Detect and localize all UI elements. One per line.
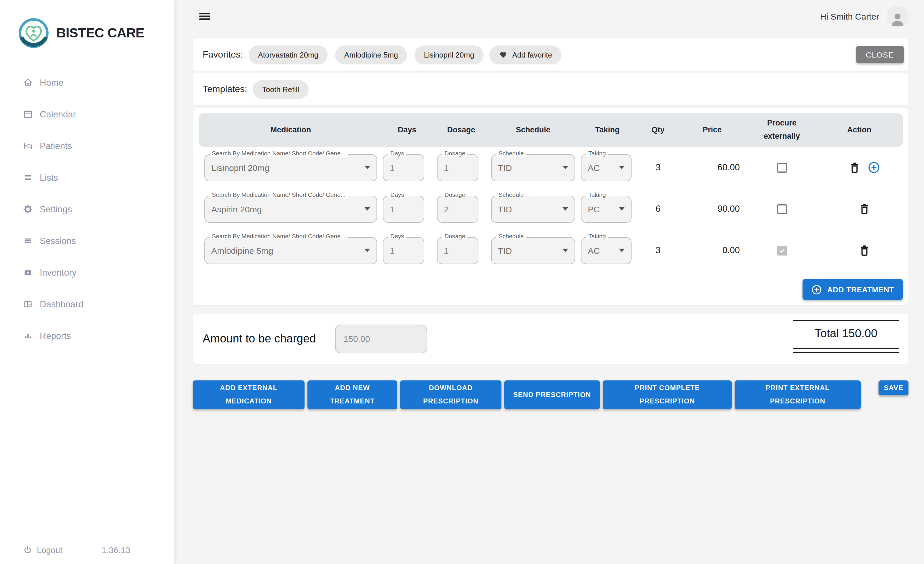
avatar[interactable] — [886, 6, 909, 27]
column-header: Days — [383, 123, 431, 136]
template-chip[interactable]: Tooth Refill — [253, 80, 309, 99]
taking-select[interactable]: Taking AC — [581, 237, 632, 264]
sidebar-item-inventory[interactable]: Inventory — [0, 256, 174, 288]
dosage-input[interactable]: Dosage 1 — [437, 237, 478, 264]
qty-value: 3 — [640, 162, 676, 172]
add-row-icon[interactable] — [868, 161, 880, 174]
days-input[interactable]: Days 1 — [383, 154, 424, 181]
footer-button-0[interactable]: ADD EXTERNAL MEDICATION — [193, 380, 304, 409]
sidebar-item-label: Lists — [40, 172, 58, 183]
chevron-down-icon — [619, 249, 625, 252]
favorite-chip[interactable]: Amlodipine 5mg — [335, 45, 407, 64]
table-row: Search By Medication Name/ Short Code/ G… — [199, 188, 903, 230]
medication-value: Aspirin 20mg — [211, 204, 262, 214]
sidebar-item-label: Sessions — [40, 236, 76, 246]
footer-button-1[interactable]: ADD NEW TREATMENT — [308, 380, 397, 409]
treatment-table: MedicationDaysDosageScheduleTakingQtyPri… — [193, 108, 909, 305]
favorites-bar: Favorites: Atorvastatin 20mgAmlodipine 5… — [193, 39, 909, 71]
logout-button[interactable]: Logout — [23, 545, 63, 555]
user-area: Hi Smith Carter — [820, 6, 909, 27]
dosage-input[interactable]: Dosage 1 — [437, 154, 478, 181]
sidebar-item-label: Reports — [40, 331, 71, 341]
total-text: Total 150.00 — [794, 327, 898, 340]
chevron-down-icon — [562, 249, 568, 252]
template-chips: Tooth Refill — [253, 80, 309, 99]
sidebar-item-lists[interactable]: Lists — [0, 162, 174, 194]
save-button[interactable]: SAVE — [879, 380, 909, 395]
power-icon — [23, 545, 32, 555]
action-button-row: ADD EXTERNAL MEDICATIONADD NEW TREATMENT… — [193, 380, 909, 409]
dosage-input[interactable]: Dosage 2 — [437, 195, 478, 222]
amount-label: Amount to be charged — [202, 332, 316, 345]
billing-bar: Amount to be charged 150.00 Total 150.00 — [193, 314, 909, 364]
app-root: BISTEC CARE Home Calendar Patients Lists… — [0, 0, 924, 564]
add-circle-icon — [811, 284, 822, 295]
sidebar-item-sessions[interactable]: Sessions — [0, 225, 174, 256]
delete-icon[interactable] — [858, 203, 870, 215]
chevron-down-icon — [562, 207, 568, 211]
chevron-down-icon — [619, 207, 625, 211]
calendar-icon — [23, 110, 33, 119]
sidebar-item-reports[interactable]: Reports — [0, 320, 174, 352]
medication-value: Amlodipine 5mg — [211, 246, 273, 255]
days-value: 1 — [390, 246, 394, 255]
footer-button-3[interactable]: SEND PRESCRIPTION — [504, 380, 600, 409]
add-treatment-button[interactable]: ADD TREATMENT — [802, 279, 903, 300]
delete-icon[interactable] — [849, 161, 861, 174]
delete-icon[interactable] — [858, 244, 870, 256]
sidebar-item-patients[interactable]: Patients — [0, 130, 174, 162]
qty-value: 3 — [640, 245, 676, 255]
schedule-select[interactable]: Schedule TID — [491, 237, 575, 264]
close-button[interactable]: CLOSE — [856, 46, 904, 63]
sidebar-item-home[interactable]: Home — [0, 67, 174, 98]
footer-button-2[interactable]: DOWNLOAD PRESCRIPTION — [400, 380, 501, 409]
taking-select[interactable]: Taking PC — [581, 195, 632, 222]
add-favorite-button[interactable]: Add favorite — [489, 45, 561, 64]
days-value: 1 — [390, 204, 394, 214]
chevron-down-icon — [562, 166, 568, 169]
medication-search-label: Search By Medication Name/ Short Code/ G… — [210, 191, 348, 198]
favorites-label: Favorites: — [202, 50, 243, 60]
table-body: Search By Medication Name/ Short Code/ G… — [199, 147, 903, 271]
sidebar-item-calendar[interactable]: Calendar — [0, 98, 174, 130]
add-favorite-label: Add favorite — [512, 50, 552, 59]
dosage-value: 2 — [444, 204, 449, 214]
menu-icon[interactable] — [199, 12, 210, 22]
sidebar-item-label: Home — [40, 77, 64, 88]
sidebar-item-settings[interactable]: Settings — [0, 194, 174, 225]
procure-externally-checkbox[interactable] — [777, 204, 787, 214]
medication-value: Lisinopril 20mg — [211, 163, 269, 172]
schedule-select[interactable]: Schedule TID — [491, 195, 575, 222]
favorite-chips: Atorvastatin 20mgAmlodipine 5mgLisinopri… — [249, 45, 484, 64]
medication-select[interactable]: Search By Medication Name/ Short Code/ G… — [204, 237, 377, 264]
table-row: Search By Medication Name/ Short Code/ G… — [199, 230, 903, 271]
schedule-select[interactable]: Schedule TID — [491, 154, 575, 181]
sidebar-footer: Logout 1.36.13 — [23, 545, 163, 555]
dosage-value: 1 — [444, 163, 449, 172]
procure-externally-checkbox[interactable] — [777, 163, 787, 172]
sidebar-item-dashboard[interactable]: Dashboard — [0, 288, 174, 320]
procure-externally-checkbox[interactable] — [777, 246, 787, 255]
medication-select[interactable]: Search By Medication Name/ Short Code/ G… — [204, 195, 377, 222]
chevron-down-icon — [364, 166, 370, 169]
medication-select[interactable]: Search By Medication Name/ Short Code/ G… — [204, 154, 377, 181]
days-input[interactable]: Days 1 — [383, 237, 424, 264]
footer-button-5[interactable]: PRINT EXTERNAL PRESCRIPTION — [735, 380, 861, 409]
main-content: Hi Smith Carter Favorites: Atorvastatin … — [174, 0, 924, 564]
column-header: Qty — [640, 123, 676, 136]
days-input[interactable]: Days 1 — [383, 195, 424, 222]
price-value: 90.00 — [682, 204, 742, 214]
favorite-chip[interactable]: Atorvastatin 20mg — [249, 45, 328, 64]
favorite-chip[interactable]: Lisinopril 20mg — [415, 45, 484, 64]
taking-select[interactable]: Taking AC — [581, 154, 632, 181]
column-header: Schedule — [491, 123, 575, 136]
footer-button-4[interactable]: PRINT COMPLETE PRESCRIPTION — [603, 380, 732, 409]
gear-icon — [23, 204, 33, 214]
sidebar-item-label: Settings — [40, 204, 72, 214]
bistec-care-logo-icon — [17, 17, 50, 50]
brand-name: BISTEC CARE — [56, 26, 144, 41]
heart-icon — [498, 50, 507, 59]
medication-search-label: Search By Medication Name/ Short Code/ G… — [210, 149, 348, 156]
amount-input[interactable]: 150.00 — [335, 324, 427, 353]
table-row: Search By Medication Name/ Short Code/ G… — [199, 147, 903, 188]
